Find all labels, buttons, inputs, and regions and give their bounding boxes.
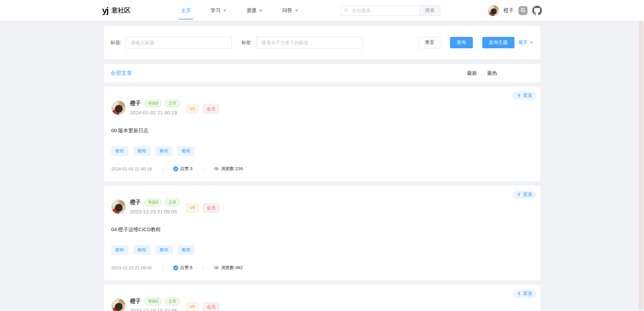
sort-hottest[interactable]: 最热	[487, 70, 497, 76]
all-articles-tab[interactable]: 全部文章	[111, 70, 132, 77]
github-icon[interactable]	[532, 6, 542, 15]
title-filter-label: 标题:	[111, 40, 121, 46]
nav-item[interactable]: 问答	[282, 0, 299, 21]
chevron-down-icon	[223, 8, 227, 12]
user-avatar[interactable]	[488, 5, 499, 16]
footer-separator: |	[162, 166, 163, 171]
pin-label: 置顶	[523, 93, 532, 99]
footer-date: 2024-01-02 21:40:19	[111, 166, 152, 171]
sort-newest[interactable]: 最新	[467, 70, 477, 76]
level-badge: 等级8	[145, 100, 162, 107]
reset-button[interactable]: 重置	[418, 37, 441, 48]
arrow-to-top-icon	[517, 94, 521, 98]
post-tag[interactable]: 教程	[178, 146, 195, 156]
post-title[interactable]: 04.橙子运维CICD教程	[111, 226, 533, 233]
status-badge: 正常	[165, 298, 180, 305]
nav-item-label: 问答	[282, 7, 292, 14]
tag-filter-label: 标签:	[241, 40, 252, 46]
site-logo-icon: yj	[102, 6, 108, 15]
page-scrollbar[interactable]	[639, 21, 643, 310]
post-author-avatar[interactable]	[111, 299, 126, 311]
post-tag[interactable]: 教程	[111, 245, 128, 255]
search-input[interactable]	[340, 5, 419, 16]
search-button[interactable]: 搜索	[419, 5, 440, 16]
post-author-avatar[interactable]	[111, 200, 126, 214]
vip-tags: V8 会员	[186, 105, 219, 113]
likes-label: 点赞:6	[180, 265, 193, 271]
post-datetime: 2023-12-23 21:09:05	[130, 209, 180, 214]
footer-date: 2023-12-23 21:09:05	[111, 265, 152, 270]
vip-tags: V8 会员	[186, 303, 219, 311]
search-icon	[344, 8, 348, 12]
site-brand[interactable]: yj 意社区	[102, 6, 131, 15]
sort-options: 最新 | 最热	[467, 70, 497, 76]
status-badge: 正常	[165, 199, 180, 206]
post-footer: 2023-12-23 21:09:05 | 点赞:6 | 浏览数:482	[111, 265, 533, 271]
vip-badge: V8	[186, 105, 198, 113]
query-button[interactable]: 查询	[450, 37, 473, 48]
likes-label: 点赞:3	[180, 166, 193, 172]
gitee-icon[interactable]: G	[518, 6, 528, 15]
footer-separator: |	[202, 166, 203, 171]
arrow-to-top-icon	[517, 292, 521, 296]
post-header: 橙子 等级8 正常 2023-12-23 21:09:05 V8 会员	[111, 199, 533, 214]
author-name[interactable]: 橙子	[130, 100, 141, 107]
nav-item-label: 主页	[181, 7, 191, 14]
user-name[interactable]: 橙子	[504, 7, 514, 14]
nav-item[interactable]: 主页	[181, 0, 191, 21]
post-list: 置顶 橙子 等级8 正常 2024-01-02 21:40:19 V8 会员 0…	[104, 87, 540, 311]
eye-icon	[214, 265, 219, 270]
author-name[interactable]: 橙子	[130, 298, 141, 305]
pin-button[interactable]: 置顶	[512, 91, 536, 100]
post-card: 置顶 橙子 等级8 正常 2023-12-23 21:09:05 V8 会员 0…	[104, 186, 540, 280]
list-header: 全部文章 最新 | 最热	[104, 64, 540, 82]
filter-bar: 标题: 标签: 重置 查询 发布主题 展开	[104, 26, 540, 59]
views-count: 浏览数:482	[214, 265, 243, 271]
chevron-down-icon	[259, 8, 263, 12]
filter-actions: 重置 查询 发布主题 展开	[418, 37, 534, 48]
author-block: 橙子 等级8 正常 2023-12-23 21:09:05	[130, 199, 180, 214]
tag-filter-input[interactable]	[256, 37, 363, 49]
vip-badge: V8	[186, 204, 198, 212]
title-filter-input[interactable]	[125, 37, 232, 49]
post-author-avatar[interactable]	[111, 101, 126, 115]
member-badge: 会员	[203, 105, 219, 113]
pin-label: 置顶	[523, 192, 532, 198]
chevron-down-icon	[530, 41, 534, 45]
pin-button[interactable]: 置顶	[512, 190, 536, 199]
check-circle-icon	[173, 166, 178, 171]
post-datetime: 2024-01-02 21:40:19	[130, 110, 180, 115]
nav-item[interactable]: 学习	[210, 0, 227, 21]
post-card: 置顶 橙子 等级8 正常 2023-12-16 15:22:38 V8 会员	[104, 284, 540, 311]
nav-item-label: 资源	[246, 7, 256, 14]
site-name: 意社区	[111, 6, 131, 15]
check-circle-icon	[173, 265, 178, 270]
level-badge: 等级8	[145, 199, 162, 206]
post-tag[interactable]: 教程	[134, 245, 150, 255]
expand-toggle[interactable]: 展开	[518, 40, 534, 46]
user-area: 橙子 G	[488, 5, 542, 16]
arrow-to-top-icon	[517, 193, 521, 197]
post-tag[interactable]: 教程	[134, 146, 150, 156]
expand-label: 展开	[518, 40, 528, 46]
nav-item-label: 学习	[210, 7, 220, 14]
nav-item[interactable]: 资源	[246, 0, 263, 21]
post-tag[interactable]: 教程	[156, 245, 172, 255]
vip-badge: V8	[186, 303, 198, 311]
global-search: 搜索	[340, 5, 440, 16]
post-tag[interactable]: 教程	[111, 146, 128, 156]
post-tags: 教程教程教程教程	[111, 245, 533, 255]
post-title[interactable]: 00.版本更新日志	[111, 127, 533, 134]
publish-topic-button[interactable]: 发布主题	[482, 37, 514, 48]
vip-tags: V8 会员	[186, 204, 219, 212]
likes-count: 点赞:3	[173, 166, 193, 172]
post-header: 橙子 等级8 正常 2024-01-02 21:40:19 V8 会员	[111, 100, 533, 115]
post-tags: 教程教程教程教程	[111, 146, 533, 156]
status-badge: 正常	[165, 100, 180, 107]
post-tag[interactable]: 教程	[156, 146, 172, 156]
post-tag[interactable]: 教程	[178, 245, 195, 255]
sort-separator: |	[482, 70, 483, 76]
footer-separator: |	[162, 265, 163, 270]
pin-button[interactable]: 置顶	[512, 289, 536, 298]
author-name[interactable]: 橙子	[130, 199, 141, 206]
